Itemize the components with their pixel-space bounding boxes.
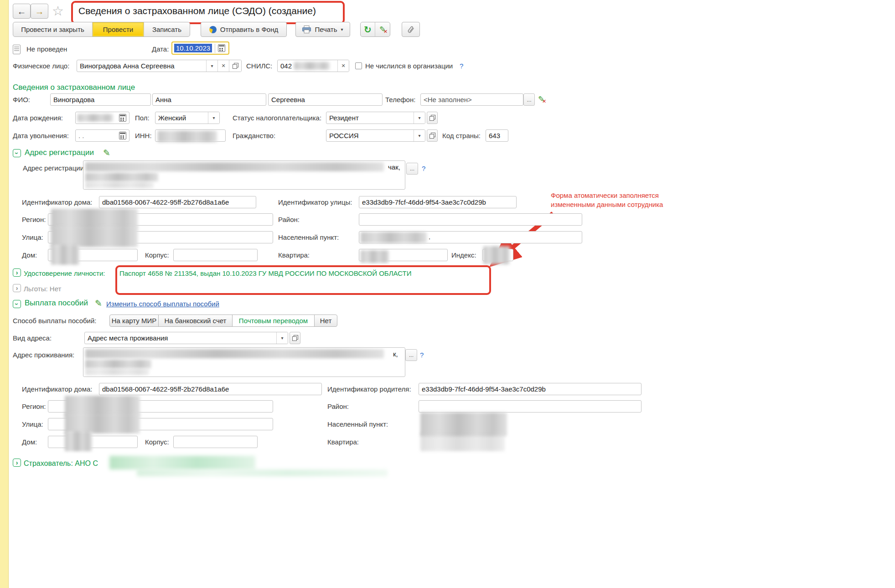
reg-region-label: Регион:	[22, 213, 46, 226]
person-label: Физическое лицо:	[13, 60, 69, 72]
redacted-reg-street	[51, 227, 138, 247]
redacted-living-address-line2	[85, 360, 151, 368]
payment-edit-icon[interactable]: ✎	[95, 299, 102, 308]
citizenship-select[interactable]: РОССИЯ ▾	[326, 129, 425, 142]
live-building-input[interactable]	[173, 436, 258, 448]
snils-clear-icon[interactable]: ✕	[337, 60, 349, 72]
send-to-fund-label: Отправить в Фонд	[220, 26, 278, 33]
nav-back-button[interactable]: ←	[13, 4, 31, 19]
method-postal-button[interactable]: Почтовым переводом	[232, 315, 315, 327]
person-dropdown-icon[interactable]: ▾	[206, 60, 217, 72]
redacted-reg-address-line1	[85, 162, 384, 171]
redacted-insurer-name	[109, 456, 255, 469]
reg-address-visible-tail: чак,	[388, 163, 400, 171]
living-address-visible-tail: к,	[393, 350, 398, 358]
live-house-label: Дом:	[22, 436, 37, 448]
tax-status-dropdown-icon[interactable]: ▾	[414, 112, 425, 124]
benefits-label[interactable]: Льготы: Нет	[24, 283, 61, 295]
reg-address-edit-icon[interactable]: ✎	[103, 149, 110, 157]
paperclip-icon	[405, 24, 417, 36]
method-mir-card-button[interactable]: На карту МИР	[109, 315, 159, 327]
reg-address-collapse-button[interactable]: ›	[13, 149, 21, 157]
reg-house-label: Дом:	[22, 249, 37, 261]
first-name-input[interactable]: Анна	[152, 93, 266, 106]
house-id-input[interactable]: dba01568-0067-4622-95ff-2b276d8a1a6e	[99, 196, 256, 208]
save-button[interactable]: Записать	[144, 22, 190, 36]
phone-input[interactable]: <Не заполнен>	[420, 93, 523, 106]
command-bar-group: Провести и закрыть Провести Записать	[13, 22, 190, 37]
post-button[interactable]: Провести	[93, 22, 144, 36]
phone-more-button[interactable]: ...	[523, 93, 535, 106]
refresh-button[interactable]: ↻	[361, 22, 375, 36]
send-to-fund-button[interactable]: Отправить в Фонд	[201, 22, 287, 37]
cancel-edit-button[interactable]: ✎ ✕	[375, 22, 390, 36]
address-kind-select[interactable]: Адрес места проживания ▾	[84, 332, 288, 344]
birth-date-label: Дата рождения:	[13, 112, 63, 124]
address-kind-label: Вид адреса:	[13, 332, 52, 344]
live-house-id-input[interactable]: dba01568-0067-4622-95ff-2b276d8a1a6e	[99, 383, 322, 395]
payment-collapse-button[interactable]: ›	[13, 300, 21, 308]
nav-forward-button[interactable]: →	[31, 4, 48, 19]
redacted-snils	[294, 62, 330, 70]
parent-id-input[interactable]: e33d3db9-7fcf-46dd-9f54-3ae3c7c0d29b	[419, 383, 642, 395]
street-id-input[interactable]: e33d3db9-7fcf-46dd-9f54-3ae3c7c0d29b	[359, 196, 517, 208]
tax-status-label: Статус налогоплательщика:	[233, 112, 321, 124]
house-id-label: Идентификатор дома:	[22, 196, 93, 208]
phone-edit-cancel-icon[interactable]: ✎ ✕	[538, 95, 544, 103]
date-input[interactable]: 10.10.2023	[171, 41, 229, 55]
chevron-right-icon: ›	[16, 459, 18, 466]
reg-address-more-button[interactable]: ...	[406, 163, 418, 175]
attachments-button[interactable]	[402, 22, 420, 37]
gender-dropdown-icon[interactable]: ▾	[208, 112, 219, 124]
annotation-line1: Форма атоматически заполняется	[551, 191, 659, 200]
method-bank-account-button[interactable]: На банковский счет	[158, 315, 233, 327]
person-input[interactable]: Виноградова Анна Сергеевна ▾ ✕	[77, 60, 242, 72]
living-address-more-button[interactable]: ...	[405, 349, 417, 361]
tax-status-open-button[interactable]	[427, 112, 438, 124]
change-payment-method-link[interactable]: Изменить способ выплаты пособий	[106, 300, 219, 308]
address-kind-dropdown-icon[interactable]: ▾	[276, 332, 288, 344]
birth-calendar-icon[interactable]	[119, 114, 126, 122]
identity-expand-button[interactable]: ›	[13, 268, 21, 277]
reg-district-input[interactable]	[359, 213, 582, 226]
dismissal-calendar-icon[interactable]	[119, 132, 126, 139]
living-address-help[interactable]: ?	[420, 349, 424, 361]
post-and-close-button[interactable]: Провести и закрыть	[13, 22, 93, 36]
reg-address-label: Адрес регистрации:	[23, 162, 86, 174]
payment-section-title: Выплата пособий	[25, 299, 88, 308]
identity-label[interactable]: Удостоверение личности:	[24, 267, 105, 279]
print-button[interactable]: Печать ▾	[295, 22, 350, 37]
person-clear-icon[interactable]: ✕	[217, 60, 229, 72]
not-listed-checkbox[interactable]	[355, 62, 362, 69]
not-listed-help[interactable]: ?	[460, 60, 463, 72]
last-name-input[interactable]: Виноградова	[50, 93, 151, 106]
country-code-input[interactable]: 643	[486, 129, 508, 142]
person-open-icon[interactable]	[229, 60, 241, 72]
live-district-label: Район:	[327, 400, 349, 413]
insurer-label[interactable]: Страхователь: АНО С	[24, 457, 98, 469]
citizenship-open-button[interactable]	[427, 129, 438, 142]
favorite-star-icon[interactable]: ☆	[52, 5, 64, 18]
dismissal-date-input[interactable]: . .	[75, 129, 129, 142]
gender-select[interactable]: Женский ▾	[155, 112, 220, 124]
tax-status-select[interactable]: Резидент ▾	[326, 112, 425, 124]
pencil-cancel-icon: ✎ ✕	[379, 26, 386, 33]
citizenship-dropdown-icon[interactable]: ▾	[414, 130, 425, 141]
live-region-label: Регион:	[22, 400, 46, 413]
address-kind-open-button[interactable]	[290, 332, 300, 344]
live-house-input[interactable]	[48, 436, 138, 448]
live-house-id-label: Идентификатор дома:	[22, 383, 93, 395]
live-district-input[interactable]	[419, 400, 642, 413]
reg-building-input[interactable]	[173, 249, 258, 261]
document-status-icon	[13, 45, 21, 54]
benefits-expand-button[interactable]: ›	[13, 284, 21, 292]
calendar-icon[interactable]	[218, 44, 225, 52]
redacted-live-house	[65, 431, 92, 451]
reg-address-help[interactable]: ?	[422, 162, 425, 175]
insurer-expand-button[interactable]: ›	[13, 459, 21, 467]
reg-street-label: Улица:	[22, 231, 43, 243]
method-none-button[interactable]: Нет	[314, 315, 337, 327]
middle-name-input[interactable]: Сергеевна	[268, 93, 383, 106]
reg-settlement-label: Населенный пункт:	[278, 231, 339, 243]
address-kind-value: Адрес места проживания	[85, 332, 276, 344]
